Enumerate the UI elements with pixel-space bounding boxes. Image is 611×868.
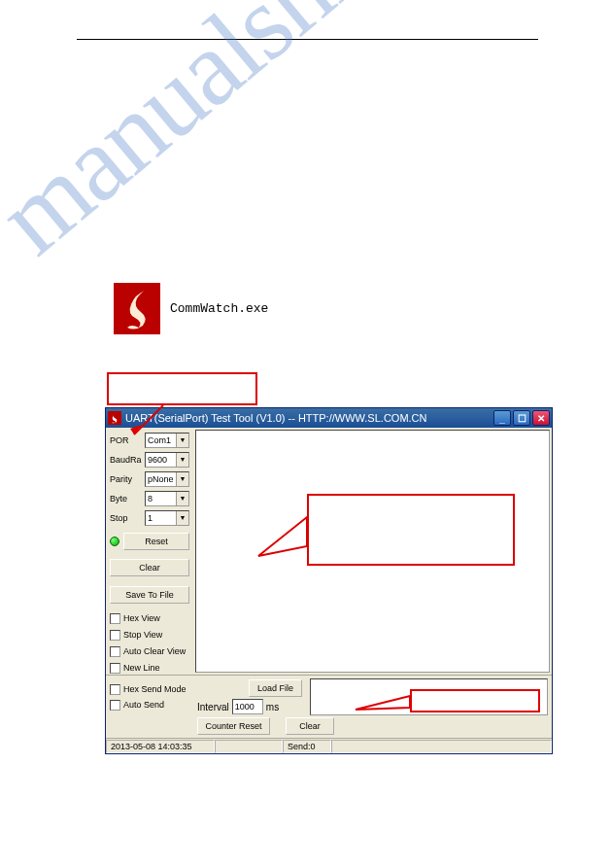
svg-line-0 <box>134 405 163 434</box>
commwatch-label: CommWatch.exe <box>170 301 268 316</box>
svg-marker-2 <box>258 517 307 556</box>
chevron-down-icon: ▼ <box>176 472 188 486</box>
byte-label: Byte <box>110 494 143 503</box>
load-file-button[interactable]: Load File <box>249 679 302 697</box>
callout-bottom-tail <box>352 692 412 712</box>
callout-top-arrow <box>124 403 183 442</box>
parity-label: Parity <box>110 474 143 484</box>
status-send-count: Send:0 <box>283 740 331 753</box>
save-to-file-button[interactable]: Save To File <box>110 586 189 604</box>
baud-select[interactable]: 9600▼ <box>145 452 189 468</box>
auto-clear-view-label: Auto Clear View <box>123 646 186 656</box>
stop-view-label: Stop View <box>123 630 162 640</box>
statusbar: 2013-05-08 14:03:35 Send:0 <box>106 738 552 753</box>
maximize-button[interactable]: ☐ <box>513 410 530 426</box>
close-button[interactable]: ✕ <box>532 410 550 426</box>
auto-send-checkbox[interactable] <box>110 700 120 711</box>
svg-marker-3 <box>356 696 410 710</box>
byte-select[interactable]: 8▼ <box>145 491 189 506</box>
commwatch-icon[interactable] <box>114 283 160 334</box>
chevron-down-icon: ▼ <box>176 492 188 505</box>
minimize-button[interactable]: _ <box>493 410 511 426</box>
clear-button[interactable]: Clear <box>110 559 189 576</box>
parity-select[interactable]: pNone▼ <box>145 471 189 487</box>
auto-clear-view-checkbox[interactable] <box>110 646 120 657</box>
status-led-icon <box>110 537 119 546</box>
baud-label: BaudRa <box>110 455 143 465</box>
status-time: 2013-05-08 14:03:35 <box>106 740 215 753</box>
reset-button[interactable]: Reset <box>123 533 189 550</box>
new-line-label: New Line <box>123 663 160 673</box>
app-icon <box>108 411 121 425</box>
stop-select[interactable]: 1▼ <box>145 510 189 526</box>
left-panel: POR Com1▼ BaudRa 9600▼ Parity pNone▼ Byt… <box>106 428 193 675</box>
watermark-text: manualshive.com <box>0 0 606 279</box>
auto-send-label: Auto Send <box>123 700 164 710</box>
interval-input[interactable]: 1000 <box>232 699 263 714</box>
clear-send-button[interactable]: Clear <box>286 717 334 735</box>
callout-middle <box>307 494 515 566</box>
hex-view-label: Hex View <box>123 613 160 623</box>
counter-reset-button[interactable]: Counter Reset <box>197 717 270 735</box>
chevron-down-icon: ▼ <box>176 453 188 467</box>
commwatch-item: CommWatch.exe <box>114 283 268 334</box>
stop-label: Stop <box>110 513 143 523</box>
stop-view-checkbox[interactable] <box>110 630 120 641</box>
callout-bottom <box>410 689 540 712</box>
interval-label: Interval <box>197 702 229 712</box>
hex-send-mode-checkbox[interactable] <box>110 684 120 695</box>
interval-unit: ms <box>266 702 279 712</box>
page-top-rule <box>77 39 538 40</box>
callout-top <box>107 372 257 405</box>
hex-send-mode-label: Hex Send Mode <box>123 684 187 694</box>
new-line-checkbox[interactable] <box>110 663 120 674</box>
chevron-down-icon: ▼ <box>176 511 188 525</box>
callout-middle-tail <box>253 509 309 558</box>
hex-view-checkbox[interactable] <box>110 613 120 624</box>
